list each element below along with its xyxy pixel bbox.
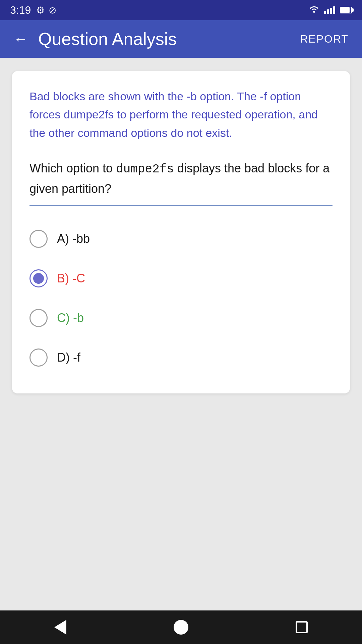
option-a[interactable]: A) -bb [29,219,333,259]
explanation-text: Bad blocks are shown with the -b option.… [29,87,333,142]
wifi-icon [309,4,319,16]
options-list: A) -bb B) -C C) -b D) -f [29,219,333,377]
option-c-label: C) -b [57,311,84,325]
page-title: Question Analysis [38,29,177,49]
nav-home-icon [174,620,188,635]
radio-b [29,269,48,287]
radio-b-inner [33,273,44,284]
option-d-label: D) -f [57,351,80,365]
question-text: Which option to dumpe2fs displays the ba… [29,159,333,198]
option-d[interactable]: D) -f [29,338,333,377]
main-content: Bad blocks are shown with the -b option.… [0,58,362,610]
option-b[interactable]: B) -C [29,259,333,298]
status-bar: 3:19 ⚙ ⊘ [0,0,362,20]
blocked-icon: ⊘ [49,5,56,16]
option-a-label: A) -bb [57,232,90,246]
report-button[interactable]: REPORT [300,33,349,45]
question-divider [29,205,333,206]
app-bar: ← Question Analysis REPORT [0,20,362,58]
option-c[interactable]: C) -b [29,298,333,338]
signal-icon [324,6,335,14]
nav-home-button[interactable] [168,617,194,637]
nav-bar [0,610,362,644]
radio-c [29,309,48,327]
status-bar-right [309,4,352,16]
nav-recents-button[interactable] [288,617,315,637]
app-bar-left: ← Question Analysis [13,29,177,49]
svg-point-0 [313,11,315,13]
status-time: 3:19 [10,4,31,16]
battery-icon [340,7,352,13]
gear-icon: ⚙ [36,5,45,16]
nav-back-icon [54,620,66,635]
nav-recents-icon [296,621,308,633]
option-b-label: B) -C [57,271,85,285]
back-button[interactable]: ← [13,31,28,47]
nav-back-button[interactable] [47,617,74,637]
question-card: Bad blocks are shown with the -b option.… [12,71,350,393]
status-bar-left: 3:19 ⚙ ⊘ [10,4,56,16]
status-icons: ⚙ ⊘ [36,5,56,16]
radio-d [29,348,48,367]
radio-a [29,230,48,248]
